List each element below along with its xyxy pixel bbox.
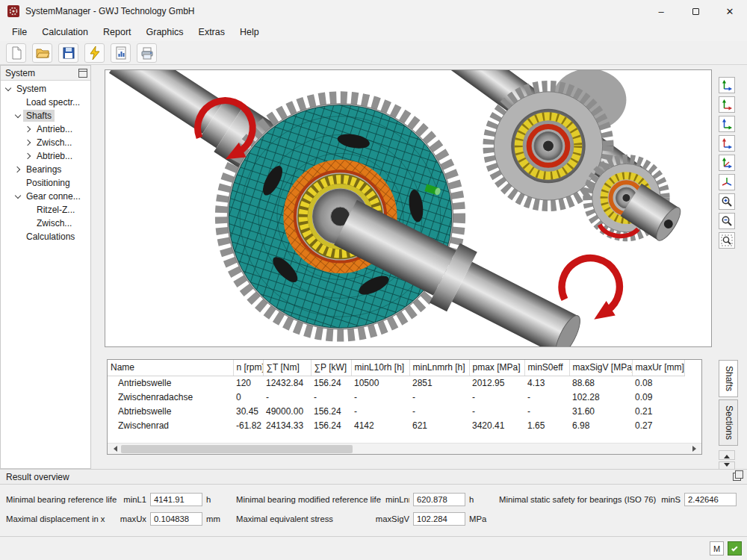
new-document-button[interactable] (6, 43, 26, 63)
tab-scroll-up-button[interactable] (719, 450, 735, 460)
menu-report[interactable]: Report (96, 25, 139, 40)
chevron-right-icon[interactable] (24, 138, 34, 148)
main-area: System System Load spectr... Shafts Antr… (0, 65, 747, 469)
view-axis-5-button[interactable] (719, 155, 735, 171)
table-row-abtriebswelle[interactable]: Abtriebswelle30.45 49000.00156.24 -- -- … (108, 404, 684, 418)
column-header-torque[interactable]: ∑T [Nm] (263, 360, 311, 376)
tree-item-antriebswelle[interactable]: Antrieb... (1, 122, 90, 136)
open-button[interactable] (32, 43, 52, 63)
tree-item-bearings[interactable]: Bearings (1, 163, 90, 176)
table-row-zwischenradachse[interactable]: Zwischenradachse0 -- -- -- 102.280.09 (108, 390, 684, 404)
field-label: Minimal static safety for bearings (ISO … (499, 495, 656, 504)
column-header-power[interactable]: ∑P [kW] (311, 360, 351, 376)
result-overview-title: Result overview (6, 472, 733, 482)
tab-sections[interactable]: Sections (719, 399, 738, 446)
zoom-fit-button[interactable] (719, 232, 735, 249)
view-axis-2-button[interactable] (719, 96, 735, 113)
table-row-antriebswelle[interactable]: Antriebswelle120 12432.84156.24 10500285… (108, 376, 684, 390)
field-min-bearing-life: Minimal bearing reference life minL1 414… (6, 493, 223, 506)
tree-item-abtriebswelle[interactable]: Abtrieb... (1, 149, 90, 163)
menu-calculation[interactable]: Calculation (34, 25, 96, 40)
maximize-icon (692, 8, 699, 15)
print-button[interactable] (137, 43, 157, 63)
chevron-down-icon[interactable] (13, 111, 23, 121)
min-static-safety-value[interactable]: 2.42646 (684, 493, 737, 506)
maximize-button[interactable] (678, 0, 713, 22)
zoom-out-button[interactable] (719, 213, 735, 229)
tree-item-zwischenrad[interactable]: Zwisch... (1, 217, 90, 230)
chevron-down-icon[interactable] (13, 192, 23, 202)
tree-item-load-spectrum[interactable]: Load spectr... (1, 96, 90, 109)
menu-extras[interactable]: Extras (191, 25, 232, 40)
column-header-pmax[interactable]: pmax [MPa] (469, 360, 524, 376)
axis-view-icon (721, 157, 733, 169)
table-row-zwischenrad[interactable]: Zwischenrad-61.82 24134.33156.24 4142621… (108, 418, 684, 432)
tree-item-calculations[interactable]: Calculations (1, 230, 90, 243)
chevron-right-icon[interactable] (24, 125, 34, 134)
system-tree: System Load spectr... Shafts Antrieb... … (1, 81, 90, 243)
calculate-button[interactable] (84, 43, 105, 63)
content-area: Name n [rpm] ∑T [Nm] ∑P [kW] minL10rh [h… (91, 65, 747, 469)
minimize-button[interactable]: – (644, 0, 678, 22)
column-header-maxsigv[interactable]: maxSigV [MPa] (569, 360, 632, 376)
min-bearing-life-value[interactable]: 4141.91 (150, 493, 202, 506)
column-header-mins0eff[interactable]: minS0eff (524, 360, 569, 376)
new-document-icon (9, 46, 24, 60)
menu-help[interactable]: Help (232, 25, 267, 40)
field-min-modified-life: Minimal bearing modified reference life … (236, 493, 486, 506)
min-modified-life-value[interactable]: 620.878 (413, 493, 465, 506)
view-axis-4-button[interactable] (719, 135, 735, 152)
column-header-name[interactable]: Name (108, 360, 233, 376)
gear-large-meshed (221, 98, 459, 335)
tree-item-shafts[interactable]: Shafts (1, 109, 90, 122)
chevron-down-icon[interactable] (4, 84, 13, 94)
close-button[interactable]: ✕ (713, 0, 747, 22)
scroll-left-button[interactable] (108, 444, 120, 455)
tree-item-positioning[interactable]: Positioning (1, 176, 90, 190)
max-equivalent-stress-value[interactable]: 102.284 (413, 512, 465, 526)
result-table-tabs: Shafts Sections (719, 360, 738, 471)
field-max-equivalent-stress: Maximal equivalent stress maxSigV 102.28… (236, 512, 486, 526)
menu-file[interactable]: File (4, 25, 34, 40)
arrow-up-icon (724, 452, 730, 458)
scrollbar-thumb[interactable] (121, 445, 353, 453)
scroll-right-button[interactable] (689, 444, 701, 455)
mode-m-button[interactable]: M (710, 541, 724, 556)
max-displacement-value[interactable]: 0.104838 (150, 512, 202, 526)
isometric-view-icon (721, 176, 733, 188)
save-icon (61, 46, 76, 60)
chevron-right-icon[interactable] (13, 165, 23, 175)
tree-item-zwischenradachse[interactable]: Zwisch... (1, 136, 90, 149)
gear-intermediate-large (489, 87, 607, 205)
dock-pin-icon[interactable] (78, 69, 87, 78)
tree-item-ritzel-zwischenrad[interactable]: Ritzel-Z... (1, 203, 90, 217)
chevron-right-icon[interactable] (24, 152, 34, 161)
column-header-maxur[interactable]: maxUr [mm] (632, 360, 684, 376)
open-folder-icon (35, 46, 50, 60)
arrow-right-icon (692, 446, 699, 452)
field-min-static-safety: Minimal static safety for bearings (ISO … (499, 493, 747, 506)
view-axis-3-button[interactable] (719, 116, 735, 132)
status-bar: M (0, 536, 747, 560)
status-ok-button[interactable] (728, 541, 742, 556)
column-header-minlnmrh[interactable]: minLnmrh [h] (409, 360, 469, 376)
column-header-n[interactable]: n [rpm] (233, 360, 263, 376)
table-header-row: Name n [rpm] ∑T [Nm] ∑P [kW] minL10rh [h… (108, 360, 684, 376)
tab-shafts[interactable]: Shafts (719, 360, 738, 397)
table-horizontal-scrollbar[interactable] (108, 443, 701, 454)
field-label: Minimal bearing modified reference life (236, 495, 381, 504)
tree-item-gear-connections[interactable]: Gear conne... (1, 190, 90, 203)
tree-item-system[interactable]: System (1, 82, 90, 96)
3d-viewport[interactable] (105, 69, 712, 347)
view-isometric-button[interactable] (719, 174, 735, 190)
system-tree-panel: System System Load spectr... Shafts Antr… (0, 65, 91, 469)
view-toolbar (719, 77, 737, 249)
calculate-lightning-icon (87, 46, 102, 60)
zoom-in-button[interactable] (719, 193, 735, 210)
float-window-icon[interactable] (733, 473, 741, 481)
view-axis-1-button[interactable] (719, 77, 735, 93)
menu-graphics[interactable]: Graphics (139, 25, 191, 40)
report-button[interactable] (111, 43, 131, 63)
save-button[interactable] (58, 43, 78, 63)
column-header-minl10rh[interactable]: minL10rh [h] (351, 360, 409, 376)
